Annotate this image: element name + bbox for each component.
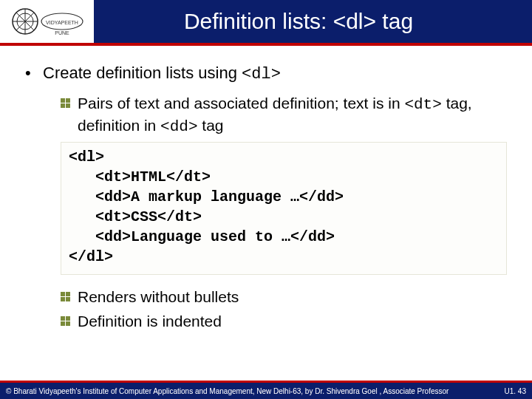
square-bullet-icon xyxy=(61,316,70,326)
slide-content: • Create definition lists using <dl> Pai… xyxy=(0,46,532,332)
slide-header: VIDYAPEETH PUNE Definition lists: <dl> t… xyxy=(0,0,532,43)
bullet-main: • Create definition lists using <dl> xyxy=(25,62,507,86)
svg-text:VIDYAPEETH: VIDYAPEETH xyxy=(46,20,78,25)
slide-footer: © Bharati Vidyapeeth's Institute of Comp… xyxy=(0,381,532,399)
slide-number: U1. 43 xyxy=(505,387,526,395)
bullet-text: Create definition lists using <dl> xyxy=(43,62,281,86)
sub-bullet-3-text: Definition is indented xyxy=(78,311,222,332)
sub-bullet-1: Pairs of text and associated definition;… xyxy=(61,93,507,138)
code-example: <dl> <dt>HTML</dt> <dd>A markup language… xyxy=(61,142,507,275)
sub-bullet-1-text: Pairs of text and associated definition;… xyxy=(78,93,507,138)
institution-logo: VIDYAPEETH PUNE xyxy=(0,0,95,43)
sub-bullet-2: Renders without bullets xyxy=(61,287,507,307)
bullet-text-part: Create definition lists using xyxy=(43,64,242,82)
svg-text:PUNE: PUNE xyxy=(55,30,69,35)
bullet-marker: • xyxy=(25,62,43,86)
sub-bullet-2-text: Renders without bullets xyxy=(78,287,239,307)
footer-copyright: © Bharati Vidyapeeth's Institute of Comp… xyxy=(6,387,449,395)
sub-bullet-3: Definition is indented xyxy=(61,311,507,332)
square-bullet-icon xyxy=(61,98,70,108)
slide-title: Definition lists: <dl> tag xyxy=(95,9,532,34)
square-bullet-icon xyxy=(61,292,70,301)
bullet-code: <dl> xyxy=(242,65,281,83)
